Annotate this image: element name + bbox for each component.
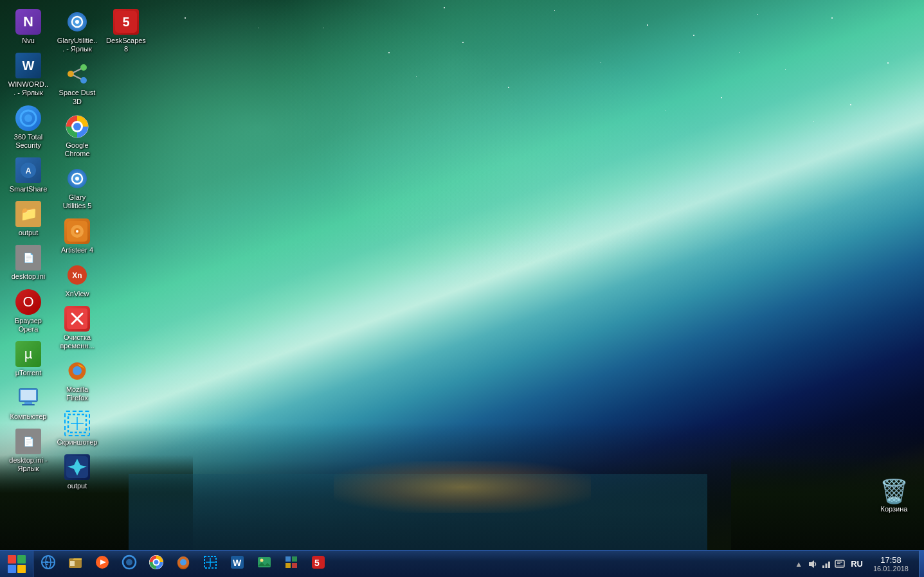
taskbar-photo[interactable] [251, 553, 277, 576]
svg-text:W: W [233, 558, 242, 568]
svg-text:5: 5 [314, 558, 320, 568]
icon-chrome[interactable]: Google Chrome [54, 111, 100, 161]
desktop: N Nvu W WINWORD... - Ярлык 360 Total Sec… [0, 0, 924, 577]
icon-firefox-label: Mozilla Firefox [57, 386, 98, 402]
spacedust-icon [64, 454, 90, 480]
security360-icon [15, 105, 41, 131]
icon-acronis-label: SmartShare [10, 185, 48, 193]
taskbar-media[interactable] [89, 553, 115, 576]
desktop-ini-shortcut-icon: 📄 [15, 429, 41, 454]
icon-firefox[interactable]: Mozilla Firefox [54, 355, 100, 405]
chrome-tb-icon [149, 555, 164, 573]
icon-artisteer-label: Artisteer 4 [61, 246, 93, 254]
svg-line-15 [73, 75, 81, 79]
clock[interactable]: 17:58 16.01.2018 [868, 555, 914, 573]
icon-computer-label: Компьютер [10, 413, 47, 421]
tray-action[interactable] [834, 558, 846, 570]
svg-point-33 [73, 366, 82, 375]
icon-computer[interactable]: Компьютер [5, 382, 51, 423]
taskbar-360[interactable] [116, 553, 142, 576]
icon-glary5-label: Glary Utilities 5 [57, 193, 98, 210]
start-button[interactable] [0, 551, 33, 578]
taskbar-explorer[interactable] [62, 553, 88, 576]
icon-opera[interactable]: O Браузер Opera [5, 287, 51, 336]
taskbar-word[interactable]: W [224, 553, 250, 576]
photo-icon [257, 555, 272, 573]
horizon-glow [334, 461, 591, 513]
taskbar-net[interactable] [278, 553, 304, 576]
icon-spacedust[interactable]: output [54, 452, 100, 493]
icon-smartshare[interactable]: Space Dust 3D [54, 58, 100, 108]
firefox-icon [64, 358, 90, 384]
show-desktop-button[interactable] [919, 551, 924, 578]
recycle-bin[interactable]: 🗑️ Корзина [877, 475, 911, 516]
svg-text:e: e [45, 559, 49, 566]
icon-winword[interactable]: W WINWORD... - Ярлык [5, 50, 51, 100]
taskbar-firefox[interactable] [170, 553, 196, 576]
svg-point-11 [68, 71, 74, 77]
icon-security360[interactable]: 360 Total Security [5, 103, 51, 152]
word-icon: W [15, 53, 41, 78]
svg-rect-6 [24, 402, 32, 404]
icon-output-label: output [19, 229, 39, 237]
svg-rect-5 [21, 390, 36, 400]
water-reflection [129, 474, 707, 551]
deskscapes-icon: 5 [113, 9, 139, 35]
clock-time: 17:58 [880, 555, 901, 565]
taskbar-snip[interactable] [197, 553, 223, 576]
svg-text:Xn: Xn [72, 271, 82, 280]
svg-point-49 [126, 559, 132, 565]
tray-network[interactable] [820, 558, 832, 570]
desktop-ini-icon: 📄 [15, 245, 41, 271]
icon-deskscapes[interactable]: 5 DeskScapes 8 [103, 6, 149, 56]
svg-rect-64 [285, 563, 291, 568]
icon-acronis[interactable]: A SmartShare [5, 155, 51, 196]
taskbar-deskscapes[interactable]: 5 [305, 553, 331, 576]
taskbar-chrome[interactable] [143, 553, 169, 576]
clock-date: 16.01.2018 [873, 565, 909, 573]
acronis-icon: A [15, 157, 41, 183]
svg-rect-71 [828, 562, 830, 568]
lang-indicator[interactable]: RU [848, 559, 865, 569]
svg-rect-69 [822, 565, 824, 568]
svg-point-54 [180, 559, 186, 565]
taskbar-ie[interactable]: e [35, 553, 61, 576]
artisteer-icon [64, 218, 90, 244]
icon-chrome-label: Google Chrome [57, 141, 98, 158]
icon-glary5[interactable]: Glary Utilities 5 [54, 163, 100, 213]
icon-nvu[interactable]: N Nvu [5, 6, 51, 48]
svg-rect-73 [835, 565, 844, 567]
icon-cleaner-label: Очистка временн... [57, 333, 98, 350]
screenshot-icon [64, 411, 90, 436]
svg-point-61 [260, 559, 264, 562]
icon-artisteer[interactable]: Artisteer 4 [54, 216, 100, 257]
tray-volume[interactable] [807, 558, 819, 570]
icon-screenshot[interactable]: Скриншотер [54, 408, 100, 449]
icon-opera-label: Браузер Opera [8, 317, 49, 333]
computer-icon [15, 385, 41, 411]
icon-utorrent[interactable]: µ µTorrent [5, 339, 51, 380]
icon-utorrent-label: µTorrent [15, 369, 42, 377]
svg-point-12 [80, 64, 87, 71]
word-tb-icon: W [230, 555, 245, 573]
taskbar-items: e [33, 551, 788, 577]
icon-xnview[interactable]: Xn XnView [54, 260, 100, 301]
recycle-bin-icon: 🗑️ [880, 478, 909, 505]
icon-smartshare-label: Space Dust 3D [57, 89, 98, 105]
svg-rect-65 [292, 563, 297, 568]
icon-output[interactable]: 📁 output [5, 199, 51, 240]
icon-desktop-ini[interactable]: 📄 desktop.ini [5, 242, 51, 283]
svg-rect-70 [826, 564, 828, 568]
output-icon: 📁 [15, 201, 41, 227]
glary5-icon [64, 166, 90, 191]
icon-desktop-ini-shortcut[interactable]: 📄 desktop.ini - Ярлык [5, 426, 51, 475]
icon-desktop-ini-shortcut-label: desktop.ini - Ярлык [8, 456, 49, 473]
icon-cleaner[interactable]: Очистка временн... [54, 303, 100, 353]
icon-glary-shortcut-label: GlaryUtilitie... - Ярлык [57, 37, 98, 53]
utorrent-icon: µ [15, 341, 41, 367]
icon-glary-shortcut[interactable]: GlaryUtilitie... - Ярлык [54, 6, 100, 56]
firefox-tb-icon [176, 555, 191, 573]
glary-shortcut-icon [64, 9, 90, 35]
svg-point-19 [73, 123, 81, 130]
tray-chevron[interactable]: ▲ [793, 560, 804, 569]
